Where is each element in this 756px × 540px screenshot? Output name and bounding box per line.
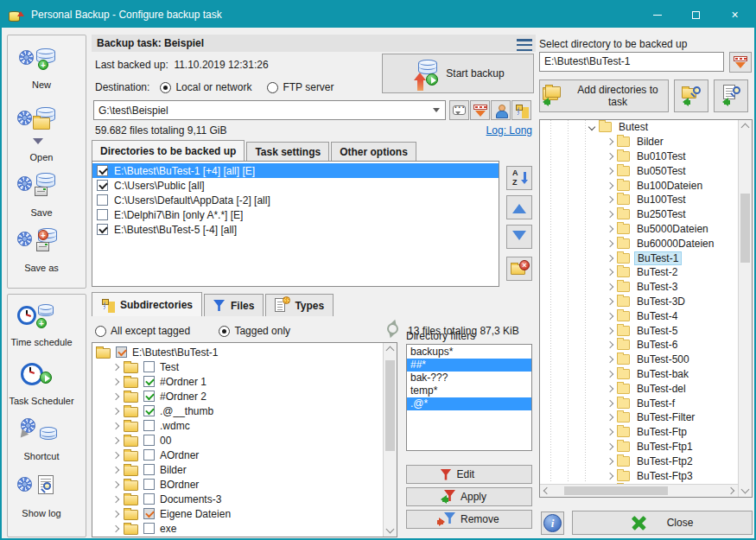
tree-row[interactable]: Test bbox=[92, 359, 397, 374]
search-directory-button[interactable] bbox=[674, 79, 708, 112]
chevron-right-icon[interactable] bbox=[112, 392, 119, 399]
menu-icon[interactable] bbox=[517, 39, 532, 51]
chevron-right-icon[interactable] bbox=[607, 443, 613, 450]
chevron-right-icon[interactable] bbox=[112, 451, 119, 458]
directory-checkbox[interactable] bbox=[97, 209, 108, 220]
sidebar-item-show-log[interactable]: Show log bbox=[5, 473, 78, 518]
tree-row[interactable]: .@__thumb bbox=[92, 403, 397, 418]
sidebar-item-save[interactable]: Save bbox=[5, 173, 78, 218]
tree-checkbox[interactable] bbox=[143, 493, 155, 505]
chevron-down-icon[interactable] bbox=[588, 124, 595, 130]
chevron-right-icon[interactable] bbox=[607, 429, 613, 435]
close-button[interactable]: Close bbox=[572, 511, 753, 535]
tree-row[interactable]: AOrdner bbox=[92, 448, 397, 462]
chevron-right-icon[interactable] bbox=[607, 472, 613, 479]
chevron-right-icon[interactable] bbox=[607, 254, 613, 261]
radio-ftp-server[interactable]: FTP server bbox=[267, 81, 334, 93]
directory-row[interactable]: E:\Butest\BuTest-5 [-4] [all] bbox=[92, 222, 499, 237]
tree-row[interactable]: BuTest-3D bbox=[540, 295, 752, 309]
chevron-right-icon[interactable] bbox=[607, 356, 613, 363]
dir-tree-button[interactable] bbox=[511, 100, 531, 120]
filter-row[interactable]: .@* bbox=[407, 397, 531, 410]
tree-row[interactable]: BuTest-5 bbox=[540, 323, 752, 338]
tree-row[interactable]: Bu050Test bbox=[540, 163, 752, 178]
edit-filter-button[interactable]: Edit bbox=[406, 465, 532, 484]
radio-local-or-network[interactable]: Local or network bbox=[160, 81, 251, 93]
tree-row[interactable]: Bu100Dateien bbox=[540, 178, 752, 193]
tab-directories[interactable]: Directories to be backed up bbox=[92, 140, 245, 161]
tree-row[interactable]: BOrdner bbox=[92, 477, 397, 492]
chevron-right-icon[interactable] bbox=[607, 313, 613, 320]
chevron-right-icon[interactable] bbox=[607, 153, 613, 160]
tree-row[interactable]: BuTest-bak bbox=[540, 367, 752, 382]
chevron-right-icon[interactable] bbox=[607, 457, 613, 464]
tree-row[interactable]: .wdmc bbox=[92, 418, 397, 433]
tree-checkbox[interactable] bbox=[143, 464, 155, 475]
chevron-right-icon[interactable] bbox=[112, 436, 119, 443]
tree-row[interactable]: Bu100Test bbox=[540, 193, 752, 207]
tree-checkbox[interactable] bbox=[143, 508, 155, 519]
tree-row[interactable]: Bu5000Dateien bbox=[540, 222, 752, 237]
remove-directory-button[interactable]: × bbox=[506, 257, 532, 281]
start-backup-button[interactable]: Start backup bbox=[382, 54, 534, 93]
chevron-right-icon[interactable] bbox=[607, 283, 613, 290]
tree-row[interactable]: exe bbox=[92, 521, 397, 536]
tree-row[interactable]: Bilder bbox=[92, 462, 397, 477]
tree-root-row[interactable]: Butest bbox=[540, 120, 752, 135]
tree-checkbox[interactable] bbox=[143, 479, 155, 490]
tree-checkbox[interactable] bbox=[143, 435, 155, 446]
directory-checkbox[interactable] bbox=[97, 194, 108, 206]
chevron-right-icon[interactable] bbox=[607, 168, 613, 175]
tree-row[interactable]: Bu60000Dateien bbox=[540, 236, 752, 251]
chevron-right-icon[interactable] bbox=[607, 211, 613, 218]
chevron-right-icon[interactable] bbox=[112, 466, 119, 473]
tree-row[interactable]: Bu010Test bbox=[540, 149, 752, 164]
chevron-right-icon[interactable] bbox=[607, 240, 613, 247]
chevron-right-icon[interactable] bbox=[607, 226, 613, 232]
directory-checkbox[interactable] bbox=[97, 224, 108, 235]
tree-checkbox[interactable] bbox=[143, 420, 155, 431]
chevron-right-icon[interactable] bbox=[607, 196, 613, 203]
tree-checkbox[interactable] bbox=[143, 405, 155, 416]
directory-row[interactable]: E:\Delphi7\Bin [only A*.*] [E] bbox=[92, 207, 499, 222]
move-up-button[interactable] bbox=[506, 195, 532, 219]
tree-row[interactable]: #Ordner 1 bbox=[92, 374, 397, 389]
tree-row[interactable]: Bilder bbox=[540, 135, 752, 149]
tab-task-settings[interactable]: Task settings bbox=[246, 142, 329, 161]
recent-list-button[interactable] bbox=[470, 100, 490, 120]
refresh-icon[interactable] bbox=[387, 323, 398, 334]
tree-row[interactable]: BuTest-1 bbox=[540, 251, 752, 265]
sidebar-item-time-schedule[interactable]: + Time schedule bbox=[5, 302, 78, 347]
tree-row[interactable]: BuTest-500 bbox=[540, 353, 752, 367]
chevron-right-icon[interactable] bbox=[112, 495, 119, 502]
chevron-right-icon[interactable] bbox=[607, 298, 613, 305]
directory-row[interactable]: E:\Butest\BuTest-1 [+4] [all] [E] bbox=[92, 163, 499, 178]
tree-row[interactable]: Eigene Dateien bbox=[92, 506, 397, 521]
tree-vertical-scrollbar[interactable] bbox=[738, 120, 752, 497]
target-path-combobox[interactable]: G:\test\Beispiel bbox=[93, 100, 446, 120]
chevron-right-icon[interactable] bbox=[607, 414, 613, 421]
tab-other-options[interactable]: Other options bbox=[331, 142, 416, 161]
radio-all-except-tagged[interactable]: All except tagged bbox=[95, 325, 190, 337]
directory-checkbox[interactable] bbox=[97, 180, 108, 191]
tab-files[interactable]: Files bbox=[204, 294, 264, 316]
chevron-right-icon[interactable] bbox=[607, 269, 613, 276]
user-button[interactable] bbox=[491, 100, 511, 120]
log-link[interactable]: Log: Long bbox=[486, 124, 532, 137]
tree-row[interactable]: 00 bbox=[92, 433, 397, 448]
sidebar-item-save-as[interactable]: + Save as bbox=[5, 228, 78, 273]
tree-row[interactable]: BuTest-f bbox=[540, 396, 752, 410]
sidebar-item-open[interactable]: Open bbox=[5, 107, 78, 162]
close-icon[interactable]: × bbox=[715, 2, 754, 28]
move-down-button[interactable] bbox=[506, 225, 532, 249]
chevron-right-icon[interactable] bbox=[607, 138, 613, 145]
tree-checkbox[interactable] bbox=[116, 346, 127, 358]
tree-row[interactable]: BuTest-del bbox=[540, 381, 752, 396]
tree-row[interactable]: BuTest-2 bbox=[540, 265, 752, 280]
tree-row[interactable]: Bu250Test bbox=[540, 207, 752, 222]
chevron-right-icon[interactable] bbox=[607, 399, 613, 406]
tree-row[interactable]: BuTest-Ftp bbox=[540, 425, 752, 440]
filter-row[interactable]: backups* bbox=[407, 346, 531, 359]
chevron-right-icon[interactable] bbox=[112, 422, 119, 429]
tree-checkbox[interactable] bbox=[143, 523, 155, 534]
